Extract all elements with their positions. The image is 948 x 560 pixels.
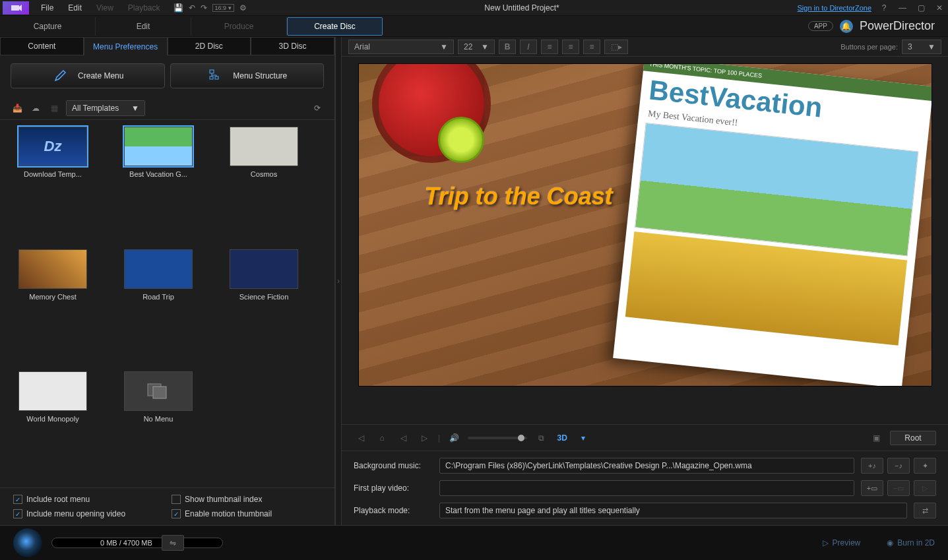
template-cosmos[interactable]: Cosmos — [224, 127, 303, 236]
create-menu-button[interactable]: Create Menu — [11, 63, 165, 88]
template-best-vacation[interactable]: Best Vacation G... — [119, 127, 198, 236]
home-icon[interactable]: ⌂ — [375, 431, 389, 445]
nav-back-icon[interactable]: ◁ — [354, 431, 368, 445]
grid-icon[interactable]: ▦ — [47, 104, 61, 113]
tab-produce[interactable]: Produce — [191, 17, 287, 36]
align-right-icon[interactable]: ≡ — [583, 40, 600, 54]
template-download[interactable]: Dz Download Temp... — [13, 127, 92, 236]
template-thumb — [124, 249, 193, 289]
product-name: PowerDirector — [860, 19, 935, 33]
template-label: Science Fiction — [224, 293, 303, 301]
redo-icon[interactable]: ↷ — [201, 3, 207, 13]
bold-button[interactable]: B — [499, 40, 516, 54]
template-world-monopoly[interactable]: World Monopoly — [13, 371, 92, 481]
preview-button[interactable]: ▷ Preview — [823, 538, 861, 547]
help-icon[interactable]: ? — [878, 3, 890, 13]
tab-capture[interactable]: Capture — [0, 17, 96, 36]
options-checkboxes: ✓Include root menu Show thumbnail index … — [0, 487, 334, 525]
threed-dropdown-icon[interactable]: ▾ — [576, 431, 590, 445]
prev-icon[interactable]: ◁ — [396, 431, 410, 445]
tab-edit[interactable]: Edit — [96, 17, 191, 36]
subtab-content[interactable]: Content — [0, 37, 84, 55]
svg-rect-1 — [215, 77, 218, 79]
display-icon[interactable]: ⧉ — [534, 431, 548, 445]
subtab-3d-disc[interactable]: 3D Disc — [251, 37, 334, 55]
menu-edit[interactable]: Edit — [61, 1, 88, 15]
add-video-button[interactable]: +▭ — [861, 480, 883, 496]
aspect-icon[interactable]: 16:9 ▾ — [212, 4, 234, 12]
italic-button[interactable]: I — [520, 40, 537, 54]
template-road-trip[interactable]: Road Trip — [119, 249, 198, 359]
close-icon[interactable]: ✕ — [933, 3, 945, 13]
first-play-input[interactable] — [439, 480, 854, 496]
quick-toolbar: 💾 ↶ ↷ 16:9 ▾ ⚙ — [174, 3, 247, 13]
panel-collapse-handle[interactable]: › — [335, 37, 342, 525]
toggle-capacity-icon[interactable]: ⇋ — [162, 535, 184, 551]
font-select[interactable]: Arial▼ — [348, 40, 454, 54]
cloud-icon[interactable]: ☁ — [29, 104, 42, 113]
chevron-down-icon: ▼ — [481, 42, 489, 51]
template-label: Memory Chest — [13, 293, 92, 301]
chk-opening-video[interactable]: ✓Include menu opening video — [13, 509, 145, 518]
template-memory-chest[interactable]: Memory Chest — [13, 249, 92, 359]
burn-button[interactable]: ◉ Burn in 2D — [887, 538, 935, 547]
maximize-icon[interactable]: ▢ — [915, 3, 927, 13]
chk-include-root[interactable]: ✓Include root menu — [13, 495, 145, 504]
gear-icon[interactable]: ⚙ — [239, 3, 247, 13]
pencil-icon — [51, 67, 70, 85]
playback-mode-button[interactable]: ⇄ — [914, 503, 936, 518]
add-music-button[interactable]: +♪ — [861, 458, 883, 474]
chk-motion-thumbnail[interactable]: ✓Enable motion thumbnail — [172, 509, 303, 518]
tab-create-disc[interactable]: Create Disc — [287, 17, 383, 36]
template-filter-select[interactable]: All Templates ▼ — [66, 100, 145, 116]
bottom-bar: 0 MB / 4700 MB ⇋ ▷ Preview ◉ Burn in 2D — [0, 525, 948, 560]
align-left-icon[interactable]: ≡ — [541, 40, 558, 54]
menu-playback: Playback — [121, 1, 167, 15]
volume-slider[interactable] — [468, 437, 527, 439]
save-icon[interactable]: 💾 — [174, 3, 183, 13]
text-style-icon[interactable]: ⬚▸ — [604, 40, 628, 54]
chk-thumbnail-index[interactable]: Show thumbnail index — [172, 495, 303, 504]
import-icon[interactable]: 📥 — [11, 104, 24, 113]
capacity-text: 0 MB / 4700 MB — [100, 539, 152, 547]
subtab-menu-prefs[interactable]: Menu Preferences — [84, 37, 168, 55]
chevron-down-icon: ▼ — [928, 42, 935, 51]
signin-link[interactable]: Sign in to DirectorZone — [798, 4, 872, 12]
app-logo-icon — [3, 1, 29, 15]
safe-zone-icon[interactable]: ▣ — [869, 431, 883, 445]
refresh-icon[interactable]: ⟳ — [311, 104, 324, 113]
buttons-per-page-select[interactable]: 3▼ — [902, 40, 941, 54]
template-label: World Monopoly — [13, 415, 92, 423]
subtab-2d-disc[interactable]: 2D Disc — [168, 37, 251, 55]
align-center-icon[interactable]: ≡ — [562, 40, 579, 54]
menu-file[interactable]: File — [34, 1, 60, 15]
bg-music-input[interactable]: C:\Program Files (x86)\CyberLink\Templat… — [439, 458, 854, 474]
root-button[interactable]: Root — [890, 431, 936, 445]
template-thumb — [230, 127, 298, 166]
minimize-icon[interactable]: — — [897, 3, 908, 13]
template-filter-label: All Templates — [72, 104, 119, 113]
next-icon[interactable]: ▷ — [417, 431, 431, 445]
menubar: File Edit View Playback — [34, 1, 167, 15]
playback-mode-label: Playback mode: — [354, 506, 433, 515]
template-no-menu[interactable]: No Menu — [119, 371, 198, 481]
notification-icon[interactable]: 🔔 — [840, 20, 853, 33]
volume-icon[interactable]: 🔊 — [447, 431, 461, 445]
undo-icon[interactable]: ↶ — [189, 3, 195, 13]
play-video-button: ▷ — [914, 480, 936, 496]
menu-title-text[interactable]: Trip to the Coast — [425, 183, 613, 210]
playback-mode-input[interactable]: Start from the menu page and play all ti… — [439, 503, 907, 518]
burn-icon: ◉ — [887, 538, 893, 547]
buttons-per-page-label: Buttons per page: — [840, 43, 898, 51]
remove-music-button[interactable]: −♪ — [887, 458, 910, 474]
play-icon: ▷ — [823, 538, 829, 547]
template-science-fiction[interactable]: Science Fiction — [224, 249, 303, 359]
font-size-select[interactable]: 22▼ — [458, 40, 495, 54]
create-menu-label: Create Menu — [78, 71, 123, 80]
template-thumb — [124, 371, 193, 411]
menu-structure-button[interactable]: Menu Structure — [170, 63, 325, 88]
menu-preview[interactable]: THIS MONTH'S TOPIC: TOP 100 PLACES BestV… — [358, 63, 932, 387]
app-pill[interactable]: APP — [808, 21, 833, 31]
threed-toggle[interactable]: 3D — [555, 431, 569, 445]
music-fx-button[interactable]: ✦ — [914, 458, 936, 474]
